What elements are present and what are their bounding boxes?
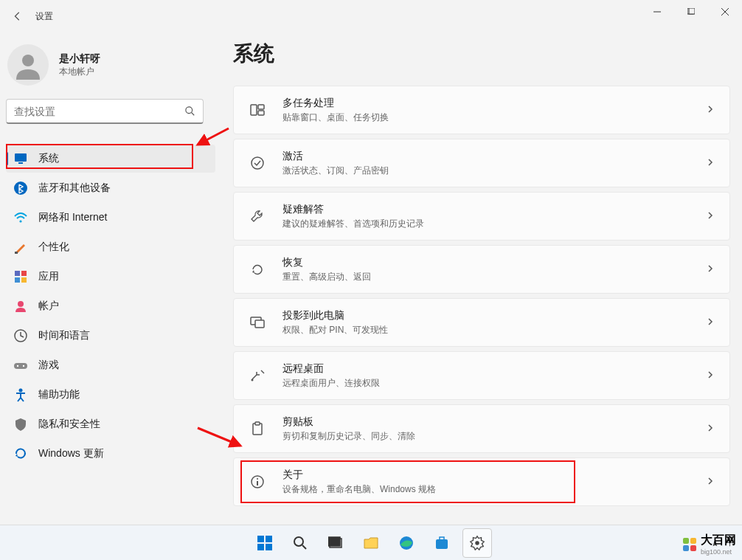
svg-point-29 [252, 379, 254, 381]
task-view[interactable] [321, 528, 350, 558]
row-subtitle: 权限、配对 PIN、可发现性 [282, 324, 706, 336]
svg-point-26 [252, 157, 263, 169]
row-subtitle: 建议的疑难解答、首选项和历史记录 [282, 218, 706, 230]
setting-row-clipboard[interactable]: 剪贴板 剪切和复制历史记录、同步、清除 [233, 404, 730, 453]
edge-icon [398, 535, 415, 551]
sidebar-item-6[interactable]: 时间和语言 [6, 322, 215, 350]
sidebar-item-1[interactable]: 蓝牙和其他设备 [6, 174, 215, 202]
search-button[interactable] [180, 102, 201, 121]
wrench-icon [249, 207, 266, 225]
sidebar-item-label: 辅助功能 [38, 388, 80, 401]
settings-app[interactable] [462, 528, 492, 558]
row-text: 远程桌面 远程桌面用户、连接权限 [282, 362, 706, 390]
svg-rect-46 [436, 539, 448, 549]
svg-rect-50 [690, 538, 696, 544]
row-title: 剪贴板 [282, 415, 706, 429]
sidebar-item-5[interactable]: 帐户 [6, 292, 215, 320]
minimize-button[interactable] [640, 0, 674, 24]
chevron-right-icon [706, 369, 715, 382]
svg-rect-37 [257, 536, 264, 542]
edge-browser[interactable] [392, 528, 421, 558]
setting-row-multitask[interactable]: 多任务处理 贴靠窗口、桌面、任务切换 [233, 86, 730, 134]
row-title: 关于 [282, 469, 706, 482]
back-button[interactable] [6, 4, 30, 28]
row-text: 剪贴板 剪切和复制历史记录、同步、清除 [282, 415, 706, 443]
svg-rect-13 [15, 271, 20, 276]
remote-icon [249, 367, 266, 384]
titlebar: 设置 [0, 0, 742, 32]
sidebar-item-label: 应用 [38, 270, 59, 283]
sidebar-item-7[interactable]: 游戏 [6, 351, 215, 379]
sidebar: 是小轩呀 本地帐户 系统蓝牙和其他设备网络和 Internet个性化应用帐户时间… [0, 32, 221, 525]
user-block[interactable]: 是小轩呀 本地帐户 [6, 38, 215, 99]
page-title: 系统 [233, 40, 730, 68]
account-icon [13, 299, 28, 314]
svg-rect-44 [328, 537, 340, 546]
main-panel: 系统 多任务处理 贴靠窗口、桌面、任务切换 激活 激活状态、订阅、产品密钥 疑难… [221, 32, 742, 525]
svg-rect-25 [258, 111, 264, 115]
sidebar-item-0[interactable]: 系统 [6, 145, 215, 173]
setting-row-remote[interactable]: 远程桌面 远程桌面用户、连接权限 [233, 351, 730, 400]
info-icon [249, 473, 266, 491]
row-text: 多任务处理 贴靠窗口、桌面、任务切换 [282, 97, 706, 124]
sidebar-item-2[interactable]: 网络和 Internet [6, 204, 215, 232]
svg-rect-19 [14, 363, 27, 369]
svg-rect-23 [251, 105, 257, 115]
sidebar-item-label: 游戏 [38, 359, 59, 372]
clock-icon [13, 328, 28, 343]
person-icon [13, 50, 43, 80]
sidebar-item-3[interactable]: 个性化 [6, 233, 215, 261]
svg-rect-31 [255, 422, 260, 425]
row-subtitle: 远程桌面用户、连接权限 [282, 377, 706, 390]
display-icon [13, 151, 28, 166]
row-subtitle: 贴靠窗口、桌面、任务切换 [282, 111, 706, 124]
setting-row-project[interactable]: 投影到此电脑 权限、配对 PIN、可发现性 [233, 298, 730, 347]
maximize-icon [687, 8, 695, 15]
watermark-brand: 大百网 [701, 533, 736, 548]
chevron-right-icon [706, 103, 715, 117]
row-text: 投影到此电脑 权限、配对 PIN、可发现性 [282, 309, 706, 336]
setting-row-recovery[interactable]: 恢复 重置、高级启动、返回 [233, 245, 730, 294]
sidebar-item-9[interactable]: 隐私和安全性 [6, 410, 215, 438]
start-button[interactable] [250, 528, 280, 558]
row-title: 激活 [282, 150, 706, 163]
sidebar-item-8[interactable]: 辅助功能 [6, 381, 215, 409]
wifi-icon [13, 210, 28, 225]
user-account-type: 本地帐户 [59, 66, 100, 78]
sidebar-item-10[interactable]: Windows 更新 [6, 440, 215, 468]
sidebar-item-label: 蓝牙和其他设备 [38, 182, 111, 195]
chevron-right-icon [706, 156, 715, 170]
svg-point-33 [257, 478, 258, 480]
svg-point-11 [19, 220, 21, 222]
maximize-button[interactable] [674, 0, 708, 24]
svg-rect-34 [257, 481, 258, 485]
setting-row-info[interactable]: 关于 设备规格，重命名电脑、Windows 规格 [233, 457, 730, 506]
svg-rect-24 [258, 105, 264, 109]
svg-rect-8 [15, 153, 27, 162]
taskbar-icons [250, 528, 492, 558]
setting-row-wrench[interactable]: 疑难解答 建议的疑难解答、首选项和历史记录 [233, 192, 730, 241]
sidebar-item-label: 帐户 [38, 300, 59, 313]
multitask-icon [249, 101, 266, 119]
chevron-right-icon [706, 475, 715, 488]
row-title: 投影到此电脑 [282, 309, 706, 322]
nav-list: 系统蓝牙和其他设备网络和 Internet个性化应用帐户时间和语言游戏辅助功能隐… [6, 145, 215, 468]
file-explorer[interactable] [356, 528, 386, 558]
svg-rect-47 [440, 537, 444, 540]
window-controls [640, 0, 742, 24]
search-input[interactable] [6, 99, 204, 124]
setting-row-check[interactable]: 激活 激活状态、订阅、产品密钥 [233, 139, 730, 187]
svg-point-6 [186, 107, 193, 114]
row-text: 疑难解答 建议的疑难解答、首选项和历史记录 [282, 203, 706, 230]
brush-icon [13, 240, 28, 255]
taskbar-search[interactable] [285, 528, 315, 558]
project-icon [249, 314, 266, 331]
microsoft-store[interactable] [427, 528, 457, 558]
close-button[interactable] [708, 0, 742, 24]
svg-rect-40 [266, 544, 272, 550]
sidebar-item-label: Windows 更新 [38, 447, 104, 460]
sidebar-item-4[interactable]: 应用 [6, 263, 215, 291]
row-title: 疑难解答 [282, 203, 706, 216]
row-subtitle: 剪切和复制历史记录、同步、清除 [282, 430, 706, 443]
svg-rect-51 [683, 545, 689, 551]
